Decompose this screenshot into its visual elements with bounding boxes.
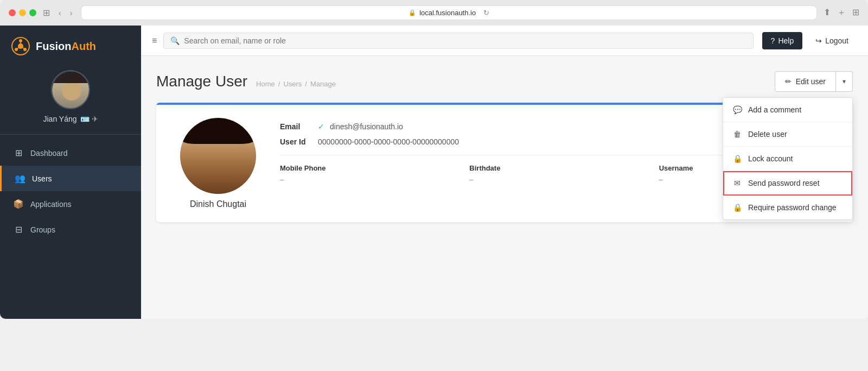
logo-text-accent: Auth: [72, 40, 97, 52]
send-password-reset-label: Send password reset: [748, 179, 820, 187]
reload-button[interactable]: ↻: [483, 9, 489, 17]
minimize-button[interactable]: [19, 9, 26, 16]
trash-icon: 🗑: [733, 130, 742, 139]
id-card-icon[interactable]: 🪪: [80, 115, 90, 123]
edit-user-dropdown-toggle[interactable]: ▾: [836, 71, 853, 92]
app-wrapper: FusionAuth Jian Yáng 🪪 ✈ ⊞ Dashboard 👥: [0, 26, 868, 319]
dropdown-lock-account[interactable]: 🔒 Lock account: [723, 147, 852, 171]
lock-icon: 🔒: [733, 154, 742, 163]
address-text: local.fusionauth.io: [419, 9, 476, 17]
breadcrumb-manage: Manage: [310, 80, 336, 88]
sidebar-logo: FusionAuth: [0, 26, 141, 65]
userid-value: 00000000-0000-0000-0000-00000000000: [318, 137, 459, 146]
user-full-name: Dinish Chugtai: [190, 199, 246, 209]
require-password-change-label: Require password change: [748, 203, 837, 212]
page-header: Manage User Home / Users / Manage ✏ Edit…: [156, 71, 853, 92]
user-photo-image: [180, 118, 256, 194]
new-tab-icon[interactable]: ＋: [837, 7, 846, 18]
location-icon[interactable]: ✈: [92, 115, 98, 123]
search-icon: 🔍: [170, 36, 180, 45]
edit-icon: ✏: [785, 77, 792, 86]
maximize-button[interactable]: [29, 9, 36, 16]
birthdate-label: Birthdate: [469, 164, 650, 172]
hamburger-menu[interactable]: ≡: [152, 36, 157, 46]
share-icon[interactable]: ⬆: [824, 7, 831, 18]
birthdate-value: –: [469, 175, 473, 184]
birthdate-col: Birthdate –: [469, 164, 650, 184]
groups-icon: ⊟: [13, 224, 24, 235]
user-display-name: Jian Yáng: [43, 115, 76, 123]
breadcrumb: Home / Users / Manage: [256, 80, 336, 88]
sidebar-item-users[interactable]: 👥 Users: [0, 166, 141, 191]
user-name-row: Jian Yáng 🪪 ✈: [43, 115, 98, 123]
address-bar[interactable]: 🔒 local.fusionauth.io ↻: [81, 5, 817, 20]
sidebar-label-groups: Groups: [30, 225, 55, 234]
logout-label: Logout: [825, 36, 848, 45]
forward-button[interactable]: ›: [68, 8, 75, 18]
user-photo-section: Dinish Chugtai: [169, 118, 267, 209]
logout-button[interactable]: ↪ Logout: [807, 32, 857, 49]
search-wrapper: 🔍: [163, 33, 753, 49]
sidebar-label-dashboard: Dashboard: [30, 149, 68, 158]
userid-label: User Id: [280, 137, 312, 146]
edit-user-group: ✏ Edit user ▾ 💬 Add a comment 🗑 Delete u…: [775, 71, 853, 92]
email-value: dinesh@fusionauth.io: [330, 122, 403, 131]
mobile-phone-value: –: [280, 175, 284, 184]
page-content: Manage User Home / Users / Manage ✏ Edit…: [141, 56, 868, 319]
traffic-lights: [9, 9, 36, 16]
top-bar-actions: ? Help ↪ Logout: [762, 32, 857, 49]
logo-text-regular: Fusion: [36, 40, 72, 52]
sidebar-toggle-icon[interactable]: ⊞: [43, 8, 50, 18]
edit-user-button[interactable]: ✏ Edit user: [775, 71, 836, 92]
browser-nav: ‹ ›: [56, 8, 74, 18]
help-circle-icon: ?: [771, 36, 775, 45]
mobile-phone-label: Mobile Phone: [280, 164, 461, 172]
mobile-phone-col: Mobile Phone –: [280, 164, 461, 184]
sidebar-item-dashboard[interactable]: ⊞ Dashboard: [0, 140, 141, 166]
page-title: Manage User: [156, 73, 247, 90]
browser-actions: ⬆ ＋ ⊞: [824, 7, 859, 18]
breadcrumb-sep-1: /: [278, 80, 280, 88]
lock-2-icon: 🔒: [733, 203, 742, 212]
dropdown-add-comment[interactable]: 💬 Add a comment: [723, 98, 852, 122]
top-bar: ≡ 🔍 ? Help ↪ Logout: [141, 26, 868, 56]
sidebar-label-applications: Applications: [30, 200, 72, 209]
logo-text: FusionAuth: [36, 40, 96, 53]
dropdown-require-password-change[interactable]: 🔒 Require password change: [723, 196, 852, 219]
envelope-icon: ✉: [733, 179, 742, 187]
sidebar-item-applications[interactable]: 📦 Applications: [0, 191, 141, 217]
main-content: ≡ 🔍 ? Help ↪ Logout Manage User: [141, 26, 868, 319]
grid-icon[interactable]: ⊞: [852, 7, 859, 18]
action-dropdown-menu: 💬 Add a comment 🗑 Delete user 🔒 Lock acc…: [723, 97, 853, 220]
lock-icon: 🔒: [409, 9, 416, 16]
close-button[interactable]: [9, 9, 16, 16]
sidebar-nav: ⊞ Dashboard 👥 Users 📦 Applications ⊟ Gro…: [0, 135, 141, 319]
username-value: –: [659, 175, 663, 184]
email-verified-icon: ✓: [318, 122, 324, 131]
search-input[interactable]: [184, 36, 746, 45]
dropdown-delete-user[interactable]: 🗑 Delete user: [723, 122, 852, 147]
help-label: Help: [778, 36, 794, 45]
browser-chrome: ⊞ ‹ › 🔒 local.fusionauth.io ↻ ⬆ ＋ ⊞: [0, 0, 868, 26]
logout-icon: ↪: [815, 36, 822, 45]
user-photo: [180, 118, 256, 194]
sidebar-label-users: Users: [32, 174, 52, 183]
user-avatar-image: [52, 71, 90, 109]
lock-account-label: Lock account: [748, 154, 793, 163]
sidebar-item-groups[interactable]: ⊟ Groups: [0, 217, 141, 242]
delete-user-label: Delete user: [748, 130, 787, 139]
user-avatar: [51, 70, 90, 109]
email-label: Email: [280, 122, 312, 131]
help-button[interactable]: ? Help: [762, 32, 803, 49]
sidebar: FusionAuth Jian Yáng 🪪 ✈ ⊞ Dashboard 👥: [0, 26, 141, 319]
page-title-area: Manage User Home / Users / Manage: [156, 73, 336, 90]
edit-user-label: Edit user: [796, 77, 826, 86]
breadcrumb-home[interactable]: Home: [256, 80, 275, 88]
breadcrumb-users[interactable]: Users: [283, 80, 302, 88]
users-icon: 👥: [15, 173, 25, 184]
dropdown-send-password-reset[interactable]: ✉ Send password reset: [723, 171, 852, 196]
add-comment-label: Add a comment: [748, 105, 801, 114]
comment-icon: 💬: [733, 105, 742, 114]
back-button[interactable]: ‹: [56, 8, 63, 18]
breadcrumb-sep-2: /: [305, 80, 307, 88]
